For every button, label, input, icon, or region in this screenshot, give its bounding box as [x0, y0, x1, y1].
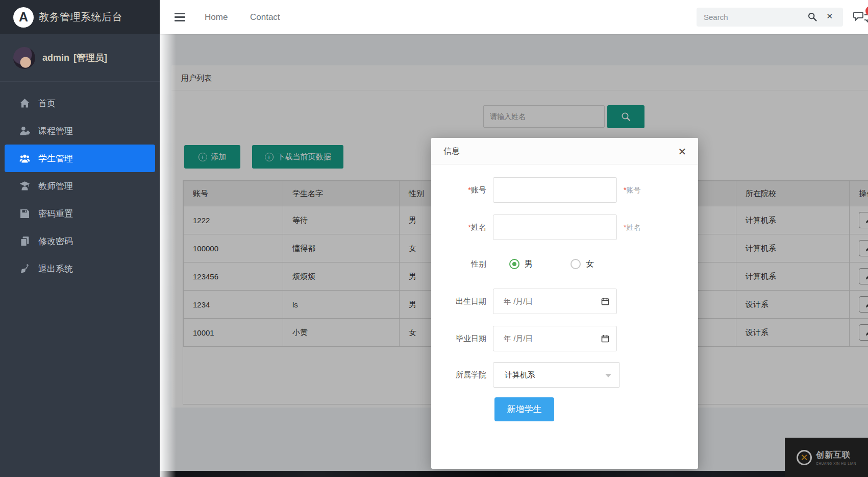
college-selected-value: 计算机系 — [505, 370, 535, 380]
gender-field-row: 性别 男 女 — [431, 251, 698, 277]
birth-date-field-row: 出生日期 年 /月/日 — [431, 289, 698, 314]
calendar-icon[interactable] — [601, 335, 609, 343]
home-icon — [19, 98, 30, 109]
modal-title: 信息 — [431, 138, 698, 164]
sidebar-item-password-reset[interactable]: 密码重置 — [0, 200, 160, 227]
sidebar-item-label: 课程管理 — [38, 125, 73, 137]
sidebar-item-label: 首页 — [38, 98, 56, 109]
broom-icon — [19, 264, 30, 274]
users-icon — [19, 153, 30, 164]
date-placeholder: 年 /月/日 — [504, 297, 533, 306]
add-student-button[interactable]: 新增学生 — [494, 397, 554, 421]
account-label: *账号 — [431, 177, 486, 203]
name-label: *姓名 — [431, 214, 486, 240]
top-navbar: Home Contact ✕ — [160, 0, 868, 34]
user-name-text: admin — [42, 53, 69, 63]
sidebar-item-home[interactable]: 首页 — [0, 89, 160, 117]
radio-unchecked-icon[interactable] — [571, 259, 581, 269]
graduation-date-label: 毕业日期 — [431, 326, 486, 351]
sidebar-item-students[interactable]: 学生管理 — [5, 145, 155, 172]
radio-checked-icon[interactable] — [509, 259, 519, 269]
teacher-icon — [19, 181, 30, 192]
user-panel: admin[管理员] — [0, 34, 160, 82]
gender-label: 性别 — [431, 251, 486, 277]
search-icon[interactable] — [807, 12, 817, 22]
app-logo-letter: A — [19, 10, 28, 25]
sidebar: A 教务管理系统后台 admin[管理员] 首页 课程管理 学生管理 教师管理 … — [0, 0, 160, 477]
sidebar-item-label: 教师管理 — [38, 180, 73, 192]
messages-icon[interactable] — [853, 10, 868, 26]
close-icon[interactable]: ✕ — [676, 145, 689, 158]
college-label: 所属学院 — [431, 362, 486, 388]
name-input[interactable] — [493, 214, 617, 240]
gender-male-option[interactable]: 男 — [509, 251, 533, 277]
nav-link-contact[interactable]: Contact — [250, 0, 280, 34]
sidebar-menu: 首页 课程管理 学生管理 教师管理 密码重置 修改密码 退出系统 — [0, 89, 160, 282]
sidebar-item-change-password[interactable]: 修改密码 — [0, 227, 160, 255]
account-input[interactable] — [493, 177, 617, 203]
calendar-icon[interactable] — [601, 297, 609, 305]
birth-date-label: 出生日期 — [431, 289, 486, 314]
chevron-down-icon — [605, 374, 611, 377]
sidebar-item-label: 密码重置 — [38, 208, 73, 220]
account-required-hint: *账号 — [624, 177, 640, 203]
navbar-search-input[interactable] — [697, 8, 793, 27]
clear-search-icon[interactable]: ✕ — [826, 12, 833, 21]
nav-link-home[interactable]: Home — [205, 0, 228, 34]
college-field-row: 所属学院 计算机系 — [431, 362, 698, 388]
app-logo: A — [13, 7, 34, 28]
birth-date-input[interactable]: 年 /月/日 — [493, 289, 617, 314]
gender-female-option[interactable]: 女 — [571, 251, 594, 277]
sidebar-item-teachers[interactable]: 教师管理 — [0, 172, 160, 200]
app-title: 教务管理系统后台 — [39, 10, 122, 24]
save-icon — [19, 208, 30, 219]
name-required-hint: *姓名 — [624, 214, 640, 240]
name-field-row: *姓名 *姓名 — [431, 214, 698, 240]
hamburger-menu-icon[interactable] — [175, 13, 185, 21]
avatar — [13, 47, 35, 69]
sidebar-item-courses[interactable]: 课程管理 — [0, 117, 160, 145]
gender-male-label[interactable]: 男 — [525, 259, 533, 270]
user-role: [管理员] — [73, 53, 107, 63]
gender-female-label[interactable]: 女 — [586, 259, 594, 270]
sidebar-item-label: 学生管理 — [38, 153, 73, 164]
graduation-date-input[interactable]: 年 /月/日 — [493, 326, 617, 351]
navbar-search-box: ✕ — [697, 8, 843, 27]
sidebar-item-label: 退出系统 — [38, 263, 73, 275]
info-modal: 信息 ✕ *账号 *账号 *姓名 *姓名 性别 男 女 出生日期 年 /月/日 … — [431, 138, 698, 469]
college-select[interactable]: 计算机系 — [493, 362, 620, 388]
graduation-date-field-row: 毕业日期 年 /月/日 — [431, 326, 698, 351]
copy-icon — [19, 236, 30, 247]
user-gear-icon — [19, 126, 30, 136]
sidebar-item-logout[interactable]: 退出系统 — [0, 255, 160, 282]
brand: A 教务管理系统后台 — [0, 0, 160, 34]
user-name: admin[管理员] — [42, 52, 107, 64]
account-field-row: *账号 *账号 — [431, 177, 698, 203]
sidebar-item-label: 修改密码 — [38, 235, 73, 247]
date-placeholder: 年 /月/日 — [504, 334, 533, 344]
